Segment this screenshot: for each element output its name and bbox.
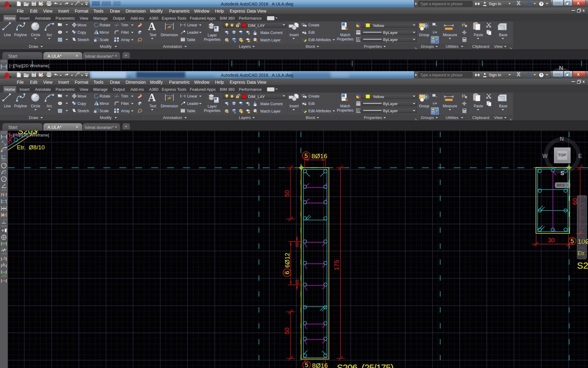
svg-text:50: 50 <box>284 190 290 197</box>
svg-text:175: 175 <box>333 260 340 270</box>
svg-text:6Ø12: 6Ø12 <box>284 253 291 268</box>
svg-text:8Ø16: 8Ø16 <box>311 152 327 159</box>
svg-text:S206 (25/175): S206 (25/175) <box>337 362 393 368</box>
svg-text:69: 69 <box>295 279 300 284</box>
svg-text:N: N <box>559 65 563 71</box>
svg-text:5: 5 <box>571 238 574 244</box>
svg-text:5: 5 <box>304 152 308 159</box>
svg-text:69: 69 <box>295 242 300 247</box>
svg-text:S20: S20 <box>577 260 588 270</box>
svg-text:6: 6 <box>284 271 290 274</box>
svg-text:A: A <box>3 263 5 266</box>
svg-text:.1: .1 <box>5 229 8 232</box>
svg-text:50: 50 <box>284 328 290 334</box>
svg-text:Etr. Ø8/10: Etr. Ø8/10 <box>17 144 45 151</box>
svg-text:30: 30 <box>548 237 555 243</box>
svg-text:8Ø16: 8Ø16 <box>312 362 328 368</box>
svg-text:5: 5 <box>305 362 308 368</box>
